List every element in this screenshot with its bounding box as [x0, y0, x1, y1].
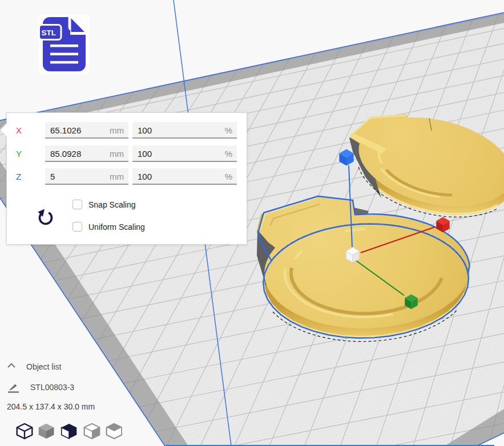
- svg-text:STL: STL: [42, 29, 57, 37]
